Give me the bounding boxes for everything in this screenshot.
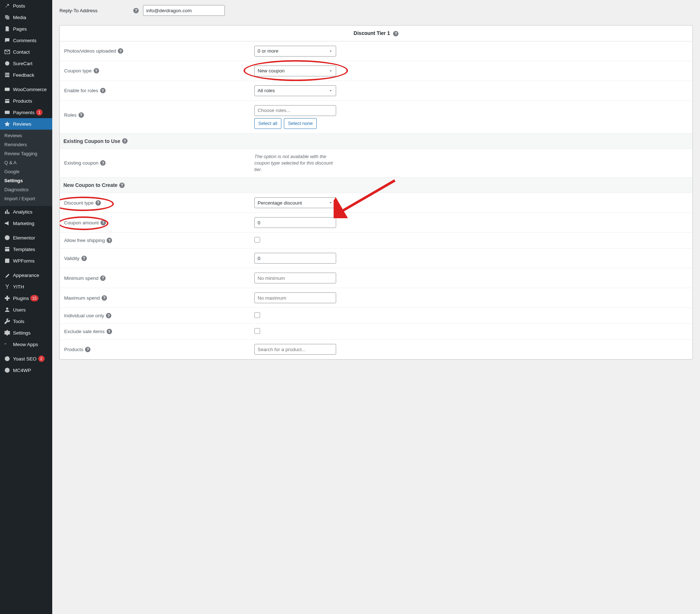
- sidebar-item-surecart[interactable]: SureCart: [0, 58, 52, 69]
- mail-icon: [4, 49, 11, 55]
- coupon-amount-input[interactable]: [254, 217, 336, 228]
- help-icon[interactable]: ?: [81, 256, 87, 261]
- new-coupon-header: New Coupon to Create: [63, 182, 117, 188]
- payments-icon: [4, 109, 11, 116]
- min-spend-input[interactable]: [254, 273, 336, 283]
- exclude-sale-checkbox[interactable]: [254, 328, 260, 334]
- photos-select[interactable]: 0 or more: [254, 46, 336, 57]
- coupon-type-label: Coupon type: [64, 68, 92, 73]
- max-spend-input[interactable]: [254, 292, 336, 303]
- validity-input[interactable]: [254, 253, 336, 264]
- sidebar-item-users[interactable]: Users: [0, 304, 52, 315]
- help-icon[interactable]: ?: [101, 220, 106, 225]
- sidebar-item-settings[interactable]: Settings: [0, 327, 52, 339]
- products-input[interactable]: [254, 344, 336, 355]
- max-spend-label: Maximum spend: [64, 295, 100, 301]
- megaphone-icon: [4, 220, 11, 227]
- svg-rect-4: [5, 259, 9, 263]
- meow-icon: ᴹ: [4, 341, 11, 348]
- media-icon: [4, 14, 11, 21]
- help-icon[interactable]: ?: [102, 295, 107, 301]
- sidebar-item-marketing[interactable]: Marketing: [0, 218, 52, 229]
- sidebar-item-templates[interactable]: Templates: [0, 243, 52, 255]
- svg-point-0: [5, 61, 9, 66]
- reviews-submenu: Reviews Reminders Review Tagging Q & A G…: [0, 130, 52, 206]
- help-icon[interactable]: ?: [107, 238, 112, 243]
- sidebar-item-wpforms[interactable]: WPForms: [0, 255, 52, 266]
- comment-icon: [4, 37, 11, 44]
- help-icon[interactable]: ?: [100, 88, 106, 93]
- individual-checkbox[interactable]: [254, 312, 260, 318]
- sidebar-item-pages[interactable]: Pages: [0, 23, 52, 35]
- sidebar-item-media[interactable]: Media: [0, 12, 52, 23]
- discount-type-select[interactable]: Percentage discount: [254, 197, 336, 208]
- sidebar-item-posts[interactable]: Posts: [0, 0, 52, 12]
- svg-rect-1: [5, 88, 10, 91]
- sub-settings[interactable]: Settings: [0, 176, 52, 185]
- coupon-type-select[interactable]: New coupon: [254, 66, 336, 76]
- help-icon[interactable]: ?: [100, 275, 106, 281]
- surecart-icon: [4, 60, 11, 67]
- help-icon[interactable]: ?: [119, 183, 125, 188]
- help-icon[interactable]: ?: [107, 329, 112, 334]
- feedback-icon: [4, 72, 11, 78]
- help-icon[interactable]: ?: [393, 31, 398, 36]
- sub-reviews[interactable]: Reviews: [0, 131, 52, 140]
- sidebar-item-payments[interactable]: Payments1: [0, 107, 52, 118]
- help-icon[interactable]: ?: [106, 313, 111, 318]
- select-all-button[interactable]: Select all: [254, 118, 281, 129]
- reply-to-input[interactable]: [143, 5, 225, 16]
- star-icon: [4, 121, 11, 127]
- min-spend-label: Minimum spend: [64, 275, 98, 281]
- enable-roles-select[interactable]: All roles: [254, 85, 336, 96]
- individual-label: Individual use only: [64, 313, 104, 318]
- templates-icon: [4, 246, 11, 252]
- sidebar-item-yoast[interactable]: Yoast SEO2: [0, 353, 52, 364]
- validity-label: Validity: [64, 256, 80, 261]
- sub-reminders[interactable]: Reminders: [0, 140, 52, 149]
- help-icon[interactable]: ?: [85, 347, 90, 352]
- products-icon: [4, 98, 11, 104]
- sidebar-item-woocommerce[interactable]: WooCommerce: [0, 84, 52, 95]
- help-icon[interactable]: ?: [94, 68, 99, 73]
- help-icon[interactable]: ?: [122, 138, 128, 144]
- sub-review-tagging[interactable]: Review Tagging: [0, 149, 52, 158]
- wrench-icon: [4, 318, 11, 324]
- sidebar-item-appearance[interactable]: Appearance: [0, 269, 52, 281]
- sub-diagnostics[interactable]: Diagnostics: [0, 185, 52, 194]
- sidebar-item-yith[interactable]: YITH: [0, 281, 52, 292]
- sub-import-export[interactable]: Import / Export: [0, 194, 52, 203]
- help-icon[interactable]: ?: [79, 112, 84, 118]
- sidebar-item-comments[interactable]: Comments: [0, 35, 52, 46]
- brush-icon: [4, 272, 11, 278]
- enable-roles-label: Enable for roles: [64, 88, 98, 93]
- yith-icon: [4, 283, 11, 290]
- sidebar-item-meow[interactable]: ᴹMeow Apps: [0, 339, 52, 350]
- help-icon[interactable]: ?: [118, 48, 123, 54]
- sidebar-item-products[interactable]: Products: [0, 95, 52, 107]
- sub-qa[interactable]: Q & A: [0, 158, 52, 167]
- sidebar-item-contact[interactable]: Contact: [0, 46, 52, 58]
- wpforms-icon: [4, 257, 11, 264]
- payments-badge: 1: [36, 109, 43, 116]
- free-shipping-label: Allow free shipping: [64, 238, 105, 243]
- existing-coupon-label: Existing coupon: [64, 160, 98, 166]
- plugins-badge: 15: [30, 295, 38, 301]
- select-none-button[interactable]: Select none: [284, 118, 317, 129]
- help-icon[interactable]: ?: [133, 8, 139, 13]
- sidebar-item-feedback[interactable]: Feedback: [0, 69, 52, 81]
- sidebar-item-mc4wp[interactable]: MC4WP: [0, 364, 52, 376]
- help-icon[interactable]: ?: [100, 160, 106, 166]
- roles-input[interactable]: [254, 105, 336, 116]
- sidebar-item-elementor[interactable]: Elementor: [0, 232, 52, 243]
- exclude-sale-label: Exclude sale items: [64, 329, 105, 334]
- sidebar-item-plugins[interactable]: Plugins15: [0, 292, 52, 304]
- elementor-icon: [4, 234, 11, 241]
- sub-google[interactable]: Google: [0, 167, 52, 176]
- free-shipping-checkbox[interactable]: [254, 237, 260, 243]
- sidebar-item-tools[interactable]: Tools: [0, 315, 52, 327]
- sidebar-item-reviews[interactable]: Reviews: [0, 118, 52, 130]
- svg-point-3: [5, 235, 10, 240]
- sidebar-item-analytics[interactable]: Analytics: [0, 206, 52, 218]
- help-icon[interactable]: ?: [95, 200, 101, 206]
